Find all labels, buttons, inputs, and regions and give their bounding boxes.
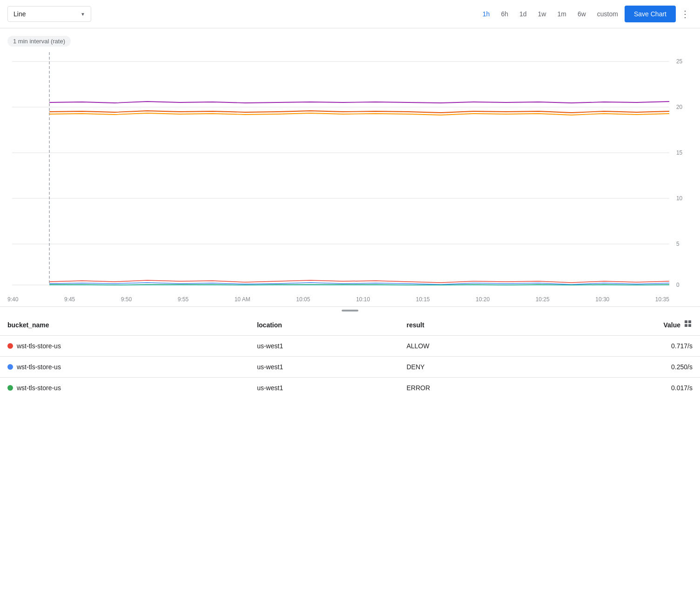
legend-cell-value-2: 0.017/s [539,378,700,399]
more-options-button[interactable]: ⋮ [678,6,693,22]
chart-container: 1 min interval (rate) 25 20 15 10 5 0 [0,28,700,306]
x-label-1025: 10:25 [536,296,550,303]
svg-text:20: 20 [676,104,683,110]
legend-cell-result-2: ERROR [399,378,539,399]
legend-cell-result-1: DENY [399,357,539,378]
col-header-value: Value [539,314,700,336]
legend-header-row: bucket_name location result Value [0,314,700,336]
legend-cell-bucket-2: wst-tls-store-us [0,378,249,399]
interval-badge: 1 min interval (rate) [7,36,71,47]
time-btn-6h[interactable]: 6h [496,7,513,20]
series-dot-2 [7,385,13,391]
x-axis-labels: 9:40 9:45 9:50 9:55 10 AM 10:05 10:10 10… [7,294,693,306]
x-label-945: 9:45 [64,296,75,303]
series-dot-1 [7,364,13,370]
time-btn-1h[interactable]: 1h [478,7,495,20]
x-label-955: 9:55 [178,296,188,303]
svg-text:0: 0 [676,282,680,288]
chart-area: 25 20 15 10 5 0 [12,52,693,294]
time-btn-custom[interactable]: custom [592,7,623,20]
time-btn-1w[interactable]: 1w [533,7,551,20]
legend-cell-location-1: us-west1 [249,357,399,378]
legend-cell-value-0: 0.717/s [539,336,700,357]
legend-table: bucket_name location result Value [0,314,700,398]
legend-cell-bucket-1: wst-tls-store-us [0,357,249,378]
svg-rect-13 [685,320,687,323]
svg-text:5: 5 [676,241,680,247]
chart-svg: 25 20 15 10 5 0 [12,52,693,294]
svg-rect-14 [688,320,691,323]
time-btn-1d[interactable]: 1d [515,7,532,20]
x-label-1010: 10:10 [356,296,370,303]
legend-row-1: wst-tls-store-us us-west1 DENY 0.250/s [0,357,700,378]
x-label-950: 9:50 [121,296,132,303]
x-label-1020: 10:20 [476,296,490,303]
legend-cell-location-2: us-west1 [249,378,399,399]
x-label-1005: 10:05 [296,296,310,303]
legend-cell-bucket-0: wst-tls-store-us [0,336,249,357]
legend-cell-value-1: 0.250/s [539,357,700,378]
col-header-location: location [249,314,399,336]
svg-text:15: 15 [676,149,683,156]
svg-text:25: 25 [676,58,683,65]
x-label-940: 9:40 [7,296,18,303]
drag-handle[interactable] [0,307,700,314]
chart-type-label: Line [13,10,26,18]
save-chart-button[interactable]: Save Chart [625,6,676,22]
time-btn-1m[interactable]: 1m [552,7,571,20]
col-header-result: result [399,314,539,336]
svg-text:10: 10 [676,195,683,202]
legend-cell-location-0: us-west1 [249,336,399,357]
legend-row-0: wst-tls-store-us us-west1 ALLOW 0.717/s [0,336,700,357]
col-header-bucket-name: bucket_name [0,314,249,336]
grid-view-icon[interactable] [684,320,693,330]
svg-rect-15 [685,324,687,327]
x-label-10am: 10 AM [235,296,250,303]
series-dot-0 [7,343,13,349]
time-btn-6w[interactable]: 6w [573,7,591,20]
toolbar: Line ▼ 1h 6h 1d 1w 1m 6w custom Save Cha… [0,0,700,28]
x-label-1030: 10:30 [595,296,609,303]
time-controls: 1h 6h 1d 1w 1m 6w custom Save Chart ⋮ [478,6,693,22]
x-label-1035: 10:35 [655,296,669,303]
chevron-down-icon: ▼ [81,12,85,17]
legend-row-2: wst-tls-store-us us-west1 ERROR 0.017/s [0,378,700,399]
x-label-1015: 10:15 [416,296,430,303]
legend-cell-result-0: ALLOW [399,336,539,357]
svg-rect-16 [688,324,691,327]
drag-handle-bar [342,310,358,312]
chart-type-dropdown[interactable]: Line ▼ [7,6,91,22]
